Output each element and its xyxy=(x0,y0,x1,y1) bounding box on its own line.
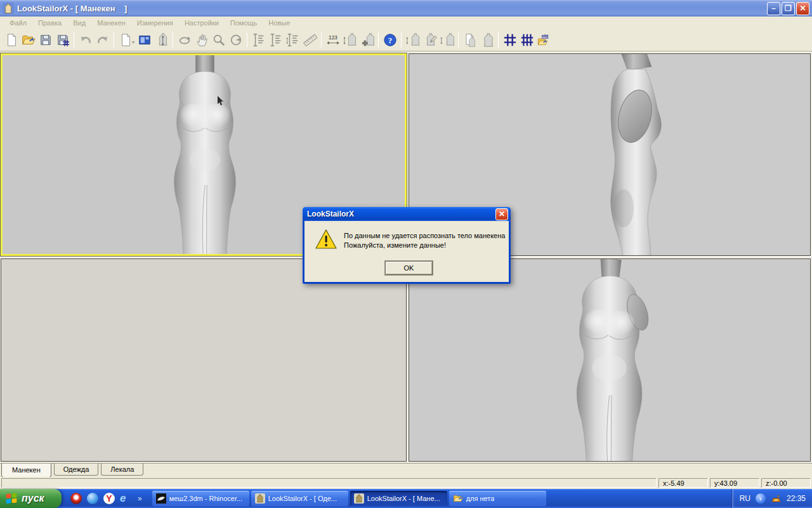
pan-hand-button[interactable] xyxy=(193,31,210,48)
folder-icon xyxy=(453,493,463,504)
open-file-button[interactable] xyxy=(20,31,37,48)
taskbar-item-folder[interactable]: для нета xyxy=(449,491,546,506)
toolbar-separator xyxy=(378,32,379,48)
tab-patterns[interactable]: Лекала xyxy=(101,464,143,476)
lookstailorx-icon xyxy=(354,493,364,504)
language-indicator[interactable]: RU xyxy=(740,494,750,503)
mannequin-scale-button[interactable] xyxy=(438,31,455,48)
svg-text:obj: obj xyxy=(541,33,548,39)
browser-icon[interactable] xyxy=(87,493,98,504)
toolbar-separator xyxy=(114,32,114,48)
status-bar: x:-5.49 y:43.09 z:-0.00 xyxy=(0,477,812,489)
clock: 22:35 xyxy=(787,494,806,503)
yandex-icon[interactable]: Y xyxy=(103,493,115,504)
toolbar-separator xyxy=(498,32,499,48)
viewport-three-quarter[interactable] xyxy=(409,258,811,462)
status-z-coordinate: z:-0.00 xyxy=(761,478,811,488)
rotate-view-button[interactable] xyxy=(176,31,193,48)
menu-new[interactable]: Новые xyxy=(263,18,296,28)
mannequin-three-quarter xyxy=(555,258,668,462)
menu-view[interactable]: Вид xyxy=(67,18,91,28)
menu-edit[interactable]: Правка xyxy=(32,18,67,28)
menu-settings[interactable]: Настройки xyxy=(179,18,225,28)
mannequin-measure-button[interactable] xyxy=(341,31,358,48)
redo-button[interactable] xyxy=(94,31,111,48)
zoom-button[interactable] xyxy=(210,31,227,48)
obj-export-button[interactable]: obj xyxy=(535,31,553,48)
start-label: пуск xyxy=(22,493,44,504)
taskbar-item-rhinoceros[interactable]: меш2.3dm - Rhinocer... xyxy=(152,491,249,506)
toolbar-separator xyxy=(458,32,459,48)
hide-tray-icons-button[interactable]: ‹ xyxy=(756,493,766,504)
menu-bar: Файл Правка Вид Манекен Измерения Настро… xyxy=(0,17,812,29)
taskbar-item-lookstailorx-mannequin[interactable]: LookStailorX - [ Мане... xyxy=(350,491,447,506)
measure-list-button[interactable] xyxy=(250,31,267,48)
tab-mannequin[interactable]: Манекен xyxy=(1,464,51,478)
mannequin-add-button[interactable] xyxy=(358,31,376,48)
measure-list-2-button[interactable] xyxy=(267,31,284,48)
mannequin-copy-button[interactable] xyxy=(461,31,478,48)
taskbar-item-lookstailorx-clothes[interactable]: LookStailorX - [ Оде... xyxy=(251,491,348,506)
new-document-button[interactable] xyxy=(3,31,20,48)
window-title: LookStailorX - [ Манекен ] xyxy=(17,4,766,13)
tray-app-icon[interactable] xyxy=(771,493,782,504)
message-dialog: LookStailorX ✕ По данным не удается расп… xyxy=(303,207,511,284)
taskbar: пуск Y e » меш2.3dm - Rhinocer... LookSt… xyxy=(0,489,812,508)
measure-list-3-button[interactable] xyxy=(284,31,301,48)
close-button[interactable]: ✕ xyxy=(796,2,809,15)
toolbar-separator xyxy=(401,32,402,48)
dimensions-123-button[interactable]: 123 xyxy=(324,31,341,48)
task-buttons: меш2.3dm - Rhinocer... LookStailorX - [ … xyxy=(152,491,546,506)
help-button[interactable] xyxy=(381,31,398,48)
window-layout-button[interactable] xyxy=(136,31,153,48)
dialog-close-button[interactable]: ✕ xyxy=(495,208,508,220)
status-y-coordinate: y:43.09 xyxy=(710,478,759,488)
toolbar-separator xyxy=(321,32,322,48)
toolbar-separator xyxy=(247,32,247,48)
mannequin-front xyxy=(154,54,256,256)
internet-explorer-icon[interactable]: e xyxy=(120,493,131,504)
undo-button[interactable] xyxy=(77,31,94,48)
toolbar-separator xyxy=(74,32,74,48)
rotate-camera-button[interactable] xyxy=(227,31,244,48)
menu-mannequin[interactable]: Манекен xyxy=(91,18,131,28)
mannequin-side xyxy=(579,53,681,256)
dialog-message-line2: Пожалуйста, измените данные! xyxy=(344,241,505,250)
quick-launch-overflow-chevron[interactable]: » xyxy=(138,494,142,503)
mannequin-stretch-button[interactable] xyxy=(404,31,421,48)
dialog-title-bar: LookStailorX ✕ xyxy=(303,207,511,221)
mannequin-shape-button[interactable] xyxy=(478,31,495,48)
dialog-message-line1: По данным не удается распознать тело ман… xyxy=(344,231,505,241)
windows-logo-icon xyxy=(5,492,18,505)
save-button[interactable] xyxy=(37,31,54,48)
dialog-ok-button[interactable]: OK xyxy=(385,261,433,275)
menu-help[interactable]: Помощь xyxy=(225,18,263,28)
ruler-button[interactable] xyxy=(301,31,318,48)
save-copy-button[interactable] xyxy=(54,31,71,48)
start-button[interactable]: пуск xyxy=(0,489,62,508)
grid-dense-button[interactable] xyxy=(518,31,535,48)
title-bar: LookStailorX - [ Манекен ] – ❐ ✕ xyxy=(0,0,812,17)
warning-icon xyxy=(315,229,337,250)
minimize-button[interactable]: – xyxy=(767,2,780,15)
app-icon xyxy=(3,3,14,14)
lookstailorx-icon xyxy=(255,493,265,504)
svg-text:123: 123 xyxy=(329,35,337,41)
dialog-title: LookStailorX xyxy=(307,210,495,218)
quick-launch: Y e » xyxy=(62,493,148,504)
viewport-empty[interactable] xyxy=(1,258,407,462)
tab-clothes[interactable]: Одежда xyxy=(54,464,99,476)
restore-button[interactable]: ❐ xyxy=(782,2,795,15)
page-tab-bar: Манекен Одежда Лекала xyxy=(0,463,812,477)
mannequin-height-button[interactable] xyxy=(153,31,170,48)
menu-file[interactable]: Файл xyxy=(4,18,32,28)
toolbar-separator xyxy=(173,32,173,48)
rhinoceros-icon xyxy=(156,493,166,504)
sheet-preview-button[interactable] xyxy=(117,31,134,48)
system-tray: RU ‹ 22:35 xyxy=(731,489,812,508)
grid-button[interactable] xyxy=(501,31,518,48)
menu-measurements[interactable]: Измерения xyxy=(131,18,179,28)
toolbar: ▾ 123 obj xyxy=(0,29,812,51)
mannequin-edit-button[interactable] xyxy=(421,31,438,48)
opera-icon[interactable] xyxy=(70,493,82,504)
